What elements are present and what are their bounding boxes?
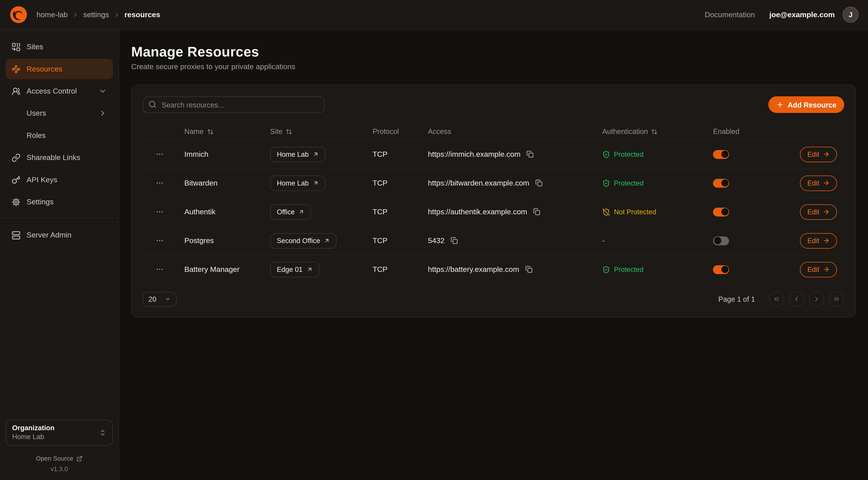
enabled-toggle[interactable] bbox=[713, 150, 729, 159]
ellipsis-icon bbox=[155, 150, 163, 158]
users-icon bbox=[11, 87, 21, 96]
sidebar-item-users[interactable]: Users bbox=[6, 103, 113, 123]
auth-status-label: - bbox=[602, 236, 605, 245]
add-resource-label: Add Resource bbox=[788, 100, 837, 109]
column-header-name[interactable]: Name bbox=[176, 127, 262, 136]
copy-button[interactable] bbox=[532, 207, 541, 216]
ellipsis-icon bbox=[155, 236, 163, 245]
copy-button[interactable] bbox=[525, 150, 535, 159]
arrow-up-down-icon[interactable] bbox=[286, 128, 292, 135]
sidebar-item-sites[interactable]: Sites bbox=[6, 36, 113, 57]
user-avatar[interactable]: J bbox=[842, 7, 859, 23]
documentation-link[interactable]: Documentation bbox=[705, 10, 755, 19]
sidebar-item-resources[interactable]: Resources bbox=[6, 59, 113, 79]
site-link[interactable]: Second Office bbox=[270, 233, 337, 248]
row-menu-button[interactable] bbox=[153, 234, 166, 247]
column-header-enabled: Enabled bbox=[705, 127, 779, 136]
row-menu-button[interactable] bbox=[153, 263, 166, 276]
site-link[interactable]: Home Lab bbox=[270, 175, 326, 191]
search-box bbox=[143, 96, 324, 113]
site-link[interactable]: Office bbox=[270, 204, 311, 219]
sidebar-item-shareable-links[interactable]: Shareable Links bbox=[6, 147, 113, 168]
chevron-right-icon bbox=[72, 11, 79, 18]
arrow-up-right-icon bbox=[299, 209, 305, 215]
copy-icon bbox=[525, 266, 532, 273]
pagination: 20 Page 1 of 1 bbox=[143, 291, 844, 307]
pagination-last-button[interactable] bbox=[829, 291, 844, 307]
external-link-icon bbox=[76, 455, 83, 461]
page-size-select[interactable]: 20 bbox=[143, 292, 177, 307]
key-icon bbox=[11, 175, 21, 184]
site-link[interactable]: Edge 01 bbox=[270, 262, 319, 277]
copy-button[interactable] bbox=[524, 265, 534, 274]
copy-button[interactable] bbox=[450, 236, 459, 245]
resource-name: Immich bbox=[176, 150, 262, 158]
edit-button-label: Edit bbox=[807, 237, 819, 244]
app-logo-icon[interactable] bbox=[9, 6, 28, 24]
enabled-toggle[interactable] bbox=[713, 179, 729, 187]
chevrons-left-icon bbox=[773, 295, 781, 303]
edit-button-label: Edit bbox=[807, 266, 819, 273]
topbar: home-lab settings resources Documentatio… bbox=[0, 0, 868, 30]
chevron-left-icon bbox=[793, 295, 801, 303]
gear-icon bbox=[11, 198, 21, 206]
sidebar-item-roles[interactable]: Roles bbox=[6, 125, 113, 146]
waypoints-icon bbox=[11, 64, 21, 73]
auth-status-badge: Protected bbox=[594, 150, 705, 158]
column-header-site[interactable]: Site bbox=[262, 127, 364, 136]
chevrons-up-down-icon bbox=[99, 429, 106, 437]
enabled-toggle[interactable] bbox=[713, 265, 729, 274]
page-subtitle: Create secure proxies to your private ap… bbox=[131, 63, 856, 71]
toggle-knob bbox=[721, 179, 728, 187]
breadcrumb-item-org[interactable]: home-lab bbox=[36, 10, 68, 19]
site-link[interactable]: Home Lab bbox=[270, 146, 326, 162]
pagination-prev-button[interactable] bbox=[789, 291, 805, 307]
copy-icon bbox=[535, 179, 542, 187]
search-input[interactable] bbox=[143, 96, 324, 113]
auth-status-badge: - bbox=[594, 236, 705, 245]
row-menu-button[interactable] bbox=[153, 148, 166, 160]
row-menu-button[interactable] bbox=[153, 205, 166, 218]
arrow-up-down-icon[interactable] bbox=[651, 128, 658, 135]
organization-selector[interactable]: Organization Home Lab bbox=[6, 420, 113, 446]
enabled-toggle[interactable] bbox=[713, 207, 729, 216]
add-resource-button[interactable]: Add Resource bbox=[768, 96, 844, 113]
auth-status-badge: Not Protected bbox=[594, 208, 705, 216]
open-source-link[interactable]: Open Source bbox=[6, 455, 113, 462]
toggle-knob bbox=[714, 237, 721, 244]
user-email[interactable]: joe@example.com bbox=[769, 10, 835, 19]
pagination-first-button[interactable] bbox=[769, 291, 784, 307]
sidebar-item-access-control[interactable]: Access Control bbox=[6, 81, 113, 101]
edit-button[interactable]: Edit bbox=[800, 146, 837, 162]
sidebar-item-server-admin[interactable]: Server Admin bbox=[6, 225, 113, 245]
column-label: Authentication bbox=[602, 127, 648, 136]
copy-button[interactable] bbox=[534, 178, 544, 188]
column-header-protocol: Protocol bbox=[364, 127, 420, 136]
edit-button[interactable]: Edit bbox=[800, 262, 837, 277]
arrow-up-down-icon[interactable] bbox=[207, 128, 214, 135]
edit-button[interactable]: Edit bbox=[800, 175, 837, 191]
shield-check-icon bbox=[602, 150, 610, 158]
table-body: ImmichHome LabTCPhttps://immich.example.… bbox=[143, 140, 844, 284]
breadcrumb-item-settings[interactable]: settings bbox=[83, 10, 109, 19]
auth-status-label: Protected bbox=[614, 266, 644, 273]
pagination-controls: Page 1 of 1 bbox=[718, 291, 844, 307]
enabled-toggle[interactable] bbox=[713, 236, 729, 245]
chevron-right-icon bbox=[99, 109, 107, 117]
column-label: Protocol bbox=[373, 127, 399, 136]
row-menu-button[interactable] bbox=[153, 177, 166, 189]
edit-button[interactable]: Edit bbox=[800, 204, 837, 219]
sidebar-nav: SitesResourcesAccess ControlUsersRolesSh… bbox=[6, 36, 113, 247]
sidebar-item-api-keys[interactable]: API Keys bbox=[6, 170, 113, 190]
chevron-down-icon bbox=[99, 87, 107, 95]
pagination-next-button[interactable] bbox=[809, 291, 825, 307]
resource-protocol: TCP bbox=[364, 150, 420, 158]
arrow-right-icon bbox=[823, 208, 830, 215]
main-content: Manage Resources Create secure proxies t… bbox=[119, 30, 868, 480]
auth-status-badge: Protected bbox=[594, 266, 705, 273]
copy-icon bbox=[527, 151, 534, 158]
breadcrumb-item-resources[interactable]: resources bbox=[124, 10, 160, 19]
edit-button[interactable]: Edit bbox=[800, 233, 837, 248]
column-header-authentication[interactable]: Authentication bbox=[594, 127, 705, 136]
sidebar-item-settings[interactable]: Settings bbox=[6, 192, 113, 212]
